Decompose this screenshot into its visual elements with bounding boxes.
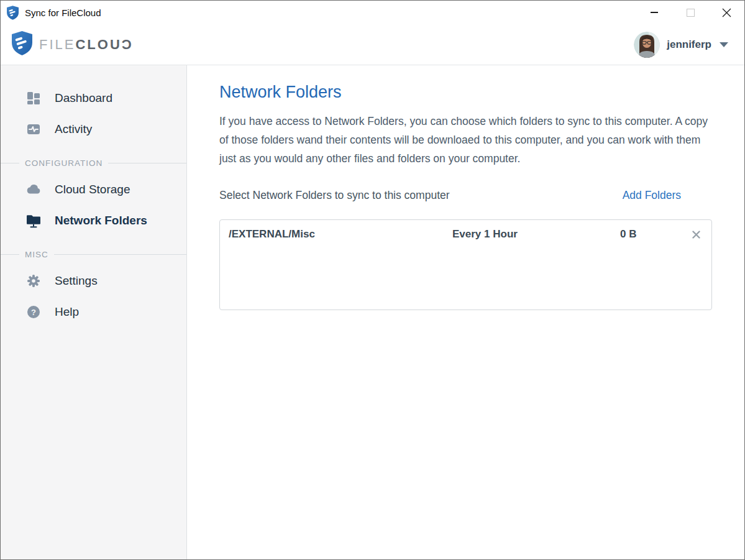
filecloud-shield-icon xyxy=(12,31,32,58)
brand-cloud-text: CLOUƆ xyxy=(75,37,133,52)
sidebar-item-label: Help xyxy=(55,305,79,319)
sidebar-item-network-folders[interactable]: Network Folders xyxy=(1,205,186,236)
minimize-icon xyxy=(651,12,658,13)
page-description: If you have access to Network Folders, y… xyxy=(219,112,710,168)
network-folder-icon xyxy=(25,213,42,229)
sidebar-item-dashboard[interactable]: Dashboard xyxy=(1,83,186,114)
sidebar-section-misc: MISC xyxy=(1,247,186,261)
folder-size: 0 B xyxy=(620,228,690,241)
close-icon xyxy=(722,8,731,17)
section-label: CONFIGURATION xyxy=(25,158,103,168)
sidebar-item-activity[interactable]: Activity xyxy=(1,114,186,145)
folder-row[interactable]: /EXTERNAL/Misc Every 1 Hour 0 B xyxy=(220,220,711,241)
sidebar-item-label: Activity xyxy=(55,122,92,136)
sidebar: Dashboard Activity CONFIGURATION xyxy=(1,65,187,559)
close-icon xyxy=(692,231,700,239)
svg-text:?: ? xyxy=(31,308,36,317)
user-menu[interactable]: jenniferp xyxy=(634,32,728,58)
titlebar[interactable]: Sync for FileCloud xyxy=(1,1,744,24)
window-title: Sync for FileCloud xyxy=(25,7,101,18)
section-label: MISC xyxy=(25,250,48,259)
sidebar-section-configuration: CONFIGURATION xyxy=(1,156,186,170)
cloud-icon xyxy=(25,181,42,198)
folder-list: /EXTERNAL/Misc Every 1 Hour 0 B xyxy=(219,219,712,310)
filecloud-shield-icon xyxy=(7,5,19,20)
dashboard-icon xyxy=(25,90,42,106)
app-header: FILECLOUƆ xyxy=(1,24,744,65)
page-title: Network Folders xyxy=(219,83,744,102)
maximize-icon xyxy=(687,9,695,17)
sidebar-item-label: Dashboard xyxy=(55,91,112,105)
brand-file-text: FILE xyxy=(39,37,75,52)
layout: Dashboard Activity CONFIGURATION xyxy=(1,65,744,559)
username: jenniferp xyxy=(667,39,711,51)
folder-schedule: Every 1 Hour xyxy=(452,228,620,241)
sidebar-item-label: Cloud Storage xyxy=(55,183,130,196)
close-button[interactable] xyxy=(708,1,744,24)
sidebar-item-label: Settings xyxy=(55,274,98,288)
brand: FILECLOUƆ xyxy=(12,31,134,58)
minimize-button[interactable] xyxy=(636,1,672,24)
sidebar-item-label: Network Folders xyxy=(55,214,147,227)
sidebar-item-settings[interactable]: Settings xyxy=(1,265,186,296)
sidebar-item-cloud-storage[interactable]: Cloud Storage xyxy=(1,174,186,205)
remove-folder-button[interactable] xyxy=(690,229,702,240)
main-panel: Network Folders If you have access to Ne… xyxy=(187,65,744,559)
help-icon: ? xyxy=(25,304,42,320)
activity-icon xyxy=(25,121,42,137)
avatar xyxy=(634,32,660,58)
brand-wordmark: FILECLOUƆ xyxy=(39,37,134,53)
add-folders-button[interactable]: Add Folders xyxy=(623,189,681,202)
folder-path: /EXTERNAL/Misc xyxy=(229,228,452,241)
select-folders-label: Select Network Folders to sync to this c… xyxy=(219,189,450,202)
sidebar-item-help[interactable]: ? Help xyxy=(1,296,186,328)
app-window: Sync for FileCloud xyxy=(0,0,745,560)
maximize-button[interactable] xyxy=(672,1,708,24)
window-controls xyxy=(636,1,744,24)
chevron-down-icon xyxy=(720,42,728,47)
gear-icon xyxy=(25,273,42,289)
select-row: Select Network Folders to sync to this c… xyxy=(219,189,712,202)
